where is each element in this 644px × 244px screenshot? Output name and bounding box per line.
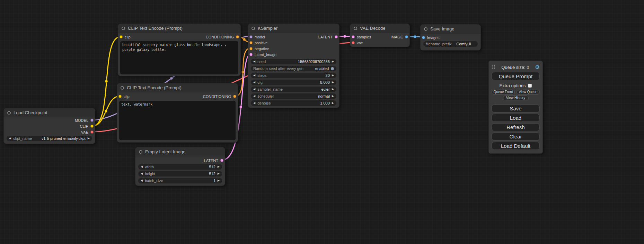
widget-ckpt-name[interactable]: ◀ ckpt_name v1-5-pruned-emaonly.ckpt ▶ [7, 136, 92, 141]
queue-panel-header[interactable]: Queue size: 0 ⚙ [492, 63, 540, 71]
increment-arrow-icon[interactable]: ▶ [332, 88, 334, 91]
output-port-clip[interactable]: CLIP [80, 124, 94, 128]
output-port-image[interactable]: IMAGE [391, 35, 408, 39]
toggle-knob[interactable] [331, 67, 334, 70]
image-port-dot[interactable] [422, 36, 425, 39]
increment-arrow-icon[interactable]: ▶ [332, 81, 334, 84]
decrement-arrow-icon[interactable]: ◀ [253, 95, 255, 98]
collapse-dot[interactable] [354, 27, 357, 30]
latent-port-dot[interactable] [220, 159, 223, 162]
widget-seed[interactable]: ◀ seed 156680208700286 ▶ [251, 59, 336, 64]
decrement-arrow-icon[interactable]: ◀ [9, 137, 11, 140]
widget-height[interactable]: ◀ height 512 ▶ [138, 171, 222, 177]
clip-port-dot[interactable] [120, 35, 123, 38]
node-title-bar[interactable]: Load Checkpoint [4, 108, 95, 117]
node-graph-canvas[interactable]: Load Checkpoint MODEL CLIP VAE [0, 0, 644, 244]
output-port-latent[interactable]: LATENT [318, 35, 338, 39]
queue-front-button[interactable]: Queue Front [492, 90, 515, 94]
refresh-button[interactable]: Refresh [492, 123, 540, 131]
decrement-arrow-icon[interactable]: ◀ [253, 60, 255, 63]
link-midpoint-dot[interactable] [243, 38, 246, 41]
increment-arrow-icon[interactable]: ▶ [332, 74, 334, 77]
vae-port-dot[interactable] [90, 130, 94, 134]
increment-arrow-icon[interactable]: ▶ [218, 165, 220, 168]
latent-port-dot[interactable] [335, 35, 338, 38]
conditioning-port-dot[interactable] [233, 95, 236, 98]
clip-port-dot[interactable] [118, 95, 122, 98]
output-port-model[interactable]: MODEL [75, 118, 94, 123]
link-midpoint-dot[interactable] [170, 77, 173, 80]
model-port-dot[interactable] [90, 119, 94, 122]
widget-steps[interactable]: ◀ steps 20 ▶ [251, 73, 336, 78]
clip-port-dot[interactable] [90, 125, 94, 128]
widget-cfg[interactable]: ◀ cfg 8.000 ▶ [251, 80, 336, 85]
conditioning-port-dot[interactable] [236, 35, 239, 38]
conditioning-port-dot[interactable] [249, 41, 253, 44]
decrement-arrow-icon[interactable]: ◀ [253, 81, 255, 84]
node-empty-latent-image[interactable]: Empty Latent Image LATENT ◀ width 512 ▶ … [135, 147, 225, 186]
collapse-dot[interactable] [139, 150, 142, 154]
widget-denoise[interactable]: ◀ denoise 1.000 ▶ [251, 100, 336, 106]
settings-gear-icon[interactable]: ⚙ [535, 64, 540, 70]
input-port-positive[interactable]: positive [249, 41, 267, 45]
widget-batch-size[interactable]: ◀ batch_size 1 ▶ [138, 178, 222, 183]
node-title-bar[interactable]: CLIP Text Encode (Prompt) [117, 83, 238, 92]
input-port-negative[interactable]: negative [249, 47, 269, 51]
widget-scheduler[interactable]: ◀ scheduler normal ▶ [251, 93, 336, 99]
node-ksampler[interactable]: KSampler model LATENT positive [248, 24, 339, 108]
node-title-bar[interactable]: Save Image [421, 25, 480, 34]
node-title-bar[interactable]: Empty Latent Image [135, 147, 225, 156]
increment-arrow-icon[interactable]: ▶ [218, 172, 220, 175]
widget-filename-prefix[interactable]: filename_prefix ComfyUI [423, 41, 478, 47]
increment-arrow-icon[interactable]: ▶ [332, 60, 334, 63]
extra-options-checkbox[interactable] [528, 84, 532, 88]
collapse-dot[interactable] [7, 111, 11, 115]
prompt-textarea[interactable]: beautiful scenery nature glass bottle la… [120, 41, 238, 74]
decrement-arrow-icon[interactable]: ◀ [141, 172, 143, 175]
link-midpoint-dot[interactable] [241, 71, 244, 73]
output-port-conditioning[interactable]: CONDITIONING [203, 94, 236, 99]
node-title-bar[interactable]: KSampler [248, 24, 339, 33]
conditioning-port-dot[interactable] [249, 47, 253, 50]
clear-button[interactable]: Clear [492, 133, 540, 141]
input-port-clip[interactable]: clip [120, 35, 131, 39]
load-button[interactable]: Load [492, 114, 540, 122]
latent-port-dot[interactable] [249, 53, 253, 56]
input-port-model[interactable]: model [249, 35, 265, 39]
node-title-bar[interactable]: CLIP Text Encode (Prompt) [118, 24, 240, 33]
link-midpoint-dot[interactable] [343, 35, 346, 38]
queue-prompt-button[interactable]: Queue Prompt [492, 72, 540, 80]
input-port-clip[interactable]: clip [118, 94, 130, 99]
increment-arrow-icon[interactable]: ▶ [332, 102, 334, 105]
vae-port-dot[interactable] [352, 41, 355, 44]
output-port-conditioning[interactable]: CONDITIONING [206, 35, 239, 39]
increment-arrow-icon[interactable]: ▶ [332, 95, 334, 98]
save-button[interactable]: Save [492, 105, 540, 112]
image-port-dot[interactable] [405, 35, 408, 38]
input-port-vae[interactable]: vae [352, 41, 363, 45]
link-midpoint-dot[interactable] [105, 110, 107, 112]
drag-handle-icon[interactable] [492, 65, 495, 70]
output-port-latent[interactable]: LATENT [204, 159, 223, 163]
collapse-dot[interactable] [424, 27, 427, 31]
node-vae-decode[interactable]: VAE Decode samples IMAGE vae [350, 24, 410, 47]
input-port-latent-image[interactable]: latent_image [249, 53, 276, 57]
link-midpoint-dot[interactable] [105, 80, 108, 83]
node-load-checkpoint[interactable]: Load Checkpoint MODEL CLIP VAE [3, 108, 95, 144]
decrement-arrow-icon[interactable]: ◀ [141, 179, 143, 182]
node-clip-text-encode-negative[interactable]: CLIP Text Encode (Prompt) clip CONDITION… [117, 83, 238, 143]
decrement-arrow-icon[interactable]: ◀ [253, 102, 255, 105]
link-midpoint-dot[interactable] [239, 106, 242, 108]
view-history-button[interactable]: View History [503, 96, 529, 100]
node-title-bar[interactable]: VAE Decode [350, 24, 409, 33]
node-save-image[interactable]: Save Image images filename_prefix ComfyU… [420, 24, 481, 51]
input-port-images[interactable]: images [422, 36, 439, 40]
decrement-arrow-icon[interactable]: ◀ [141, 165, 143, 168]
node-clip-text-encode-positive[interactable]: CLIP Text Encode (Prompt) clip CONDITION… [118, 24, 241, 76]
output-port-vae[interactable]: VAE [81, 130, 94, 134]
input-port-samples[interactable]: samples [352, 35, 371, 39]
widget-random-seed-toggle[interactable]: Random seed after every gen enabled [251, 66, 336, 71]
load-default-button[interactable]: Load Default [492, 142, 540, 150]
prompt-textarea[interactable]: text, watermark [119, 101, 236, 140]
decrement-arrow-icon[interactable]: ◀ [253, 88, 255, 91]
